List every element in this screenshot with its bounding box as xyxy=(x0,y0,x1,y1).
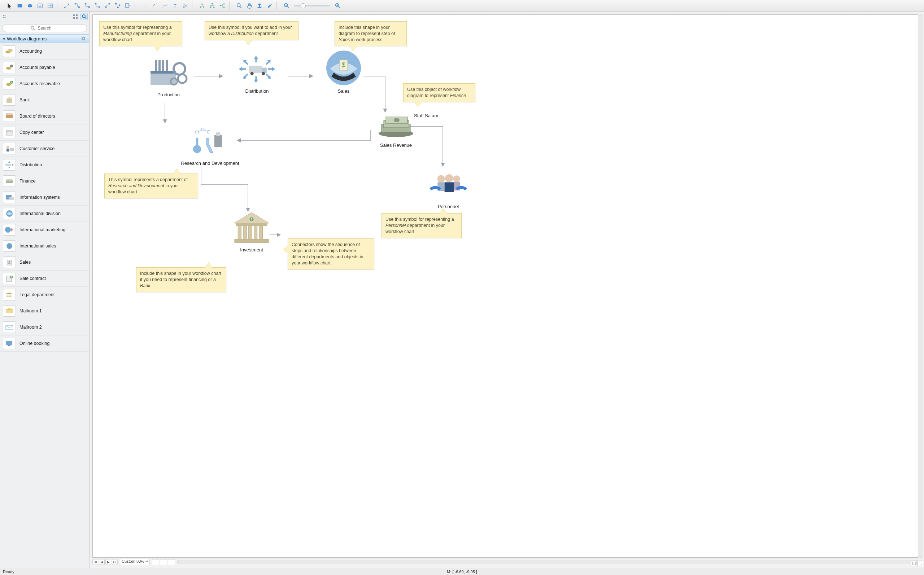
svg-rect-14 xyxy=(105,6,107,8)
text-tool[interactable]: A xyxy=(35,2,45,10)
node-rnd[interactable]: Research and Development xyxy=(170,123,250,166)
svg-rect-147 xyxy=(249,226,252,239)
zoom-slider-thumb[interactable] xyxy=(301,3,306,8)
node-label: Staff Salary xyxy=(414,113,450,118)
shape-item[interactable]: +Accounts receivable xyxy=(0,76,89,92)
split-tool[interactable] xyxy=(170,2,180,10)
shape-item[interactable]: Bank xyxy=(0,92,89,108)
shape-item[interactable]: Board of directors xyxy=(0,108,89,124)
pan-tool[interactable] xyxy=(245,2,254,10)
expand-icon[interactable] xyxy=(918,561,923,566)
svg-point-132 xyxy=(207,130,210,133)
shape-thumb-icon xyxy=(3,127,16,138)
node-sales-revenue[interactable]: Staff Salary Sales Revenue xyxy=(367,112,425,148)
page-tab-3[interactable] xyxy=(168,559,175,565)
zoom-tool[interactable] xyxy=(235,2,244,10)
shape-item[interactable]: Distribution xyxy=(0,157,89,173)
search-toggle-icon[interactable] xyxy=(81,13,88,20)
shape-item[interactable]: Mailroom 1 xyxy=(0,303,89,319)
shape-item[interactable]: Online booking xyxy=(0,335,89,352)
money-icon xyxy=(374,112,418,141)
shape-label: Sale contract xyxy=(19,276,46,281)
scissors-tool[interactable] xyxy=(180,2,190,10)
shape-item[interactable]: Information systems xyxy=(0,189,89,206)
shape-item[interactable]: Customer service xyxy=(0,141,89,157)
shape-label: Finance xyxy=(19,179,35,184)
pointer-tool[interactable] xyxy=(5,2,14,10)
page-prev-button[interactable]: ◀ xyxy=(99,559,105,565)
export-tool[interactable] xyxy=(123,2,132,10)
page-first-button[interactable]: ⏮ xyxy=(92,559,98,565)
tree3-tool[interactable] xyxy=(218,2,227,10)
connector-smart[interactable] xyxy=(73,2,82,10)
connector-bezier[interactable] xyxy=(103,2,112,10)
zoom-out-button[interactable] xyxy=(282,2,291,10)
svg-line-134 xyxy=(204,130,208,131)
status-left: Ready xyxy=(3,570,14,574)
tree2-tool[interactable] xyxy=(208,2,217,10)
horizontal-scrollbar[interactable] xyxy=(177,560,918,564)
shape-label: International marketing xyxy=(19,227,65,232)
shape-label: Information systems xyxy=(19,195,60,200)
panel-close-icon[interactable] xyxy=(81,37,86,41)
shape-item[interactable]: Mailroom 2 xyxy=(0,319,89,335)
table-tool[interactable] xyxy=(46,2,55,10)
page-last-button[interactable]: ⏭ xyxy=(112,559,118,565)
shape-item[interactable]: International division xyxy=(0,206,89,222)
page-tab-2[interactable] xyxy=(160,559,167,565)
canvas[interactable]: Use this symbol for representing a Manuf… xyxy=(92,14,918,558)
node-production[interactable]: Production xyxy=(140,54,197,97)
zoom-in-button[interactable] xyxy=(333,2,342,10)
node-investment[interactable]: $ Investment xyxy=(223,210,280,253)
zoom-slider-track[interactable] xyxy=(294,5,330,6)
arc-tool[interactable] xyxy=(150,2,159,10)
zoom-select[interactable]: Custom 80% ▴▾ xyxy=(120,559,150,565)
search-input[interactable] xyxy=(2,24,87,32)
svg-point-130 xyxy=(195,130,199,134)
curve-tool[interactable] xyxy=(160,2,170,10)
connector-spline[interactable] xyxy=(113,2,122,10)
callout-rnd: This symbol represents a department of R… xyxy=(104,173,198,199)
svg-point-57 xyxy=(31,26,34,29)
svg-text:+: + xyxy=(11,81,12,84)
shape-item[interactable]: Legal department xyxy=(0,287,89,303)
svg-point-116 xyxy=(250,72,254,75)
svg-point-61 xyxy=(8,49,13,52)
shape-item[interactable]: Finance xyxy=(0,173,89,189)
svg-rect-101 xyxy=(8,345,11,346)
panel-header-workflow[interactable]: ▾Workflow diagrams xyxy=(0,34,89,43)
rect-tool[interactable] xyxy=(15,2,25,10)
node-sales[interactable]: $ Sales xyxy=(316,51,371,94)
shape-label: Board of directors xyxy=(19,114,55,119)
toolgroup-basic: A xyxy=(3,2,57,10)
svg-point-131 xyxy=(201,128,204,131)
shape-item[interactable]: Copy center xyxy=(0,124,89,141)
svg-rect-150 xyxy=(235,239,269,242)
eyedrop-tool[interactable] xyxy=(265,2,274,10)
grid-view-icon[interactable] xyxy=(72,13,79,20)
page-next-button[interactable]: ▶ xyxy=(105,559,111,565)
shape-item[interactable]: $International sales xyxy=(0,238,89,254)
library-tree-icon[interactable] xyxy=(2,13,9,20)
tree1-tool[interactable] xyxy=(197,2,207,10)
svg-rect-106 xyxy=(151,71,176,74)
page-tab-1[interactable] xyxy=(152,559,159,565)
connector-arc[interactable] xyxy=(83,2,92,10)
shape-item[interactable]: $Sales xyxy=(0,254,89,270)
ellipse-tool[interactable] xyxy=(25,2,35,10)
connector-round[interactable] xyxy=(93,2,102,10)
shape-label: Accounts receivable xyxy=(19,81,60,86)
fit-icon[interactable] xyxy=(911,561,917,566)
shape-item[interactable]: International marketing xyxy=(0,222,89,238)
shape-item[interactable]: $Sale contract xyxy=(0,270,89,287)
callout-personnel: Use this symbol for representing a Perso… xyxy=(382,213,462,238)
line-tool[interactable] xyxy=(140,2,149,10)
shape-thumb-icon xyxy=(3,224,16,235)
vertical-scrollbar[interactable] xyxy=(919,14,923,558)
node-personnel[interactable]: Personnel xyxy=(418,166,479,209)
shape-item[interactable]: Accounts payable xyxy=(0,60,89,76)
node-distribution[interactable]: Distribution xyxy=(226,51,288,94)
shape-item[interactable]: Accounting xyxy=(0,43,89,60)
stamp-tool[interactable] xyxy=(255,2,264,10)
connector-direct[interactable] xyxy=(62,2,72,10)
